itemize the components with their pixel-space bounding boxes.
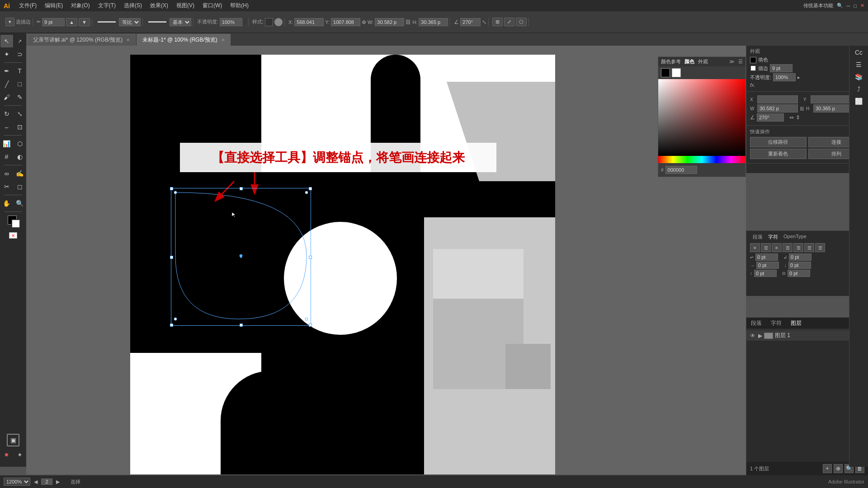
menu-object[interactable]: 对象(O) — [67, 1, 93, 10]
perspective-tool[interactable]: ⬡ — [14, 137, 26, 150]
color-ref-tab[interactable]: 颜色参考 — [661, 58, 681, 65]
handle-bm[interactable] — [240, 324, 243, 327]
stroke-down[interactable]: ▼ — [79, 18, 90, 26]
rect-tool[interactable]: □ — [14, 78, 26, 90]
workspace-selector[interactable]: 传统基本功能 — [803, 2, 833, 9]
handle-mr[interactable] — [309, 256, 312, 259]
flip-v-icon[interactable]: ⇕ — [796, 114, 800, 121]
tab-0[interactable]: 父亲节讲解.ai* @ 1200% (RGB/预览) ✕ — [27, 34, 136, 46]
scale-tool[interactable]: ⤡ — [14, 108, 26, 120]
handle-bl[interactable] — [170, 324, 173, 327]
w-input-props[interactable] — [757, 104, 798, 113]
hand-tool[interactable]: ✋ — [0, 197, 13, 210]
transform-btn[interactable]: ⤢ — [504, 18, 514, 26]
x-input-props[interactable]: 568.041 — [757, 95, 798, 103]
search-icon[interactable]: 🔍 — [837, 3, 843, 9]
rotate-tool[interactable]: ↻ — [0, 108, 13, 120]
stroke-swatch[interactable] — [11, 219, 20, 228]
opacity-input[interactable] — [220, 18, 242, 26]
gradient-tool[interactable]: ◐ — [14, 150, 26, 163]
space-before-input[interactable] — [754, 270, 777, 277]
artboard-next-btn[interactable]: ▶ — [56, 479, 60, 485]
indent-first-input[interactable] — [756, 262, 779, 269]
pathfinder-btn[interactable]: ⬡ — [516, 18, 527, 26]
reset-btn[interactable]: ◈ — [14, 448, 26, 460]
artboard-input[interactable] — [41, 479, 52, 485]
para-tab-opentype[interactable]: OpenType — [781, 233, 809, 241]
blend-tool[interactable]: ∞ — [0, 167, 13, 180]
layer-lock-1[interactable]: ▶ — [758, 333, 762, 339]
tab-0-close[interactable]: ✕ — [126, 38, 130, 42]
outline-view-btn[interactable]: ◉ — [0, 448, 13, 460]
stroke-type-select[interactable]: 等比 — [119, 18, 141, 26]
opacity-input-appear[interactable] — [773, 73, 796, 81]
layer-eye-1[interactable]: 👁 — [749, 332, 756, 339]
para-tab-para[interactable]: 段落 — [750, 233, 765, 241]
align-justify-center-btn[interactable]: ☰ — [804, 243, 814, 252]
menu-effect[interactable]: 效果(X) — [146, 1, 172, 10]
color-hue-slider[interactable] — [658, 156, 745, 163]
menu-view[interactable]: 视图(V) — [173, 1, 198, 10]
align-justify-right-btn[interactable]: ☰ — [815, 243, 825, 252]
menu-window[interactable]: 窗口(W) — [199, 1, 226, 10]
artboard-icon[interactable]: ⬜ — [853, 96, 864, 107]
handle-tm[interactable] — [240, 187, 243, 190]
tool-selector-btn[interactable]: ▾ — [5, 18, 14, 26]
window-minimize[interactable]: ─ — [847, 3, 850, 9]
stroke-style-select[interactable]: 基本 — [170, 18, 191, 26]
h-input-props[interactable] — [813, 104, 854, 113]
zoom-select[interactable]: 1200% — [4, 478, 30, 486]
indent-right-input[interactable] — [789, 253, 811, 261]
window-close[interactable]: ✕ — [860, 3, 864, 9]
handle-tr[interactable] — [309, 187, 312, 190]
y-input-props[interactable]: 1007.808 — [811, 95, 851, 103]
menu-select[interactable]: 选择(S) — [120, 1, 146, 10]
color-tab[interactable]: 颜色 — [684, 58, 694, 65]
pen-tool[interactable]: ✒ — [0, 65, 13, 77]
color-panel-menu[interactable]: ☰ — [738, 59, 743, 65]
h-input[interactable] — [419, 18, 448, 26]
layer-comp-btn[interactable]: ⊕ — [834, 464, 843, 473]
recolor-btn-qa[interactable]: 重新着色 — [750, 149, 807, 159]
align-right-btn[interactable]: ≡ — [772, 243, 782, 252]
w-input[interactable] — [375, 18, 404, 26]
scissors-tool[interactable]: ✂ — [0, 180, 13, 193]
magic-wand-tool[interactable]: ✦ — [0, 48, 13, 61]
menu-file[interactable]: 文件(F) — [15, 1, 40, 10]
foreground-swatch[interactable] — [661, 68, 670, 77]
menu-text[interactable]: 文字(T) — [94, 1, 119, 10]
menu-edit[interactable]: 编辑(E) — [41, 1, 66, 10]
hex-input[interactable] — [665, 166, 697, 174]
align-justify-btn[interactable]: ☰ — [783, 243, 793, 252]
tab-1-close[interactable]: ✕ — [221, 38, 225, 42]
free-transform[interactable]: ⊡ — [14, 121, 26, 133]
pathfinder-btn-qa[interactable]: 位移路径 — [750, 137, 807, 147]
y-input[interactable] — [331, 18, 360, 26]
color-appearance-tab[interactable]: 外观 — [698, 58, 708, 65]
stroke-color-swatch[interactable] — [750, 65, 756, 71]
lasso-tool[interactable]: ⊃ — [14, 48, 26, 61]
eraser-tool[interactable]: ◻ — [14, 180, 26, 193]
none-swatch[interactable]: ✕ — [9, 232, 17, 239]
hyphen-input[interactable] — [788, 270, 810, 277]
stroke-up[interactable]: ▲ — [66, 18, 77, 26]
align-left-btn[interactable]: ≡ — [750, 243, 760, 252]
handle-br[interactable] — [309, 324, 312, 327]
mesh-tool[interactable]: # — [0, 150, 13, 163]
color-panel-expand[interactable]: ≫ — [729, 59, 735, 65]
paintbrush-tool[interactable]: 🖌 — [0, 91, 13, 103]
layers-icon[interactable]: ☰ — [854, 59, 863, 70]
cc-icon[interactable]: Cc — [853, 47, 864, 58]
layers-main-tab[interactable]: 图层 — [786, 318, 806, 329]
align-btn[interactable]: ⊞ — [492, 18, 503, 26]
fill-color-swatch[interactable] — [750, 57, 756, 63]
graph-tool[interactable]: 📊 — [0, 137, 13, 150]
zoom-tool[interactable]: 🔍 — [14, 197, 26, 210]
asset-export-icon[interactable]: ⤴ — [855, 84, 862, 94]
layer-name-1[interactable]: 图层 1 — [775, 332, 859, 339]
angle-input[interactable] — [460, 18, 481, 26]
para-tab-char[interactable]: 字符 — [765, 233, 781, 241]
menu-help[interactable]: 帮助(H) — [226, 1, 252, 10]
stroke-size-input[interactable] — [42, 18, 65, 26]
layers-char-tab[interactable]: 字符 — [766, 318, 786, 329]
